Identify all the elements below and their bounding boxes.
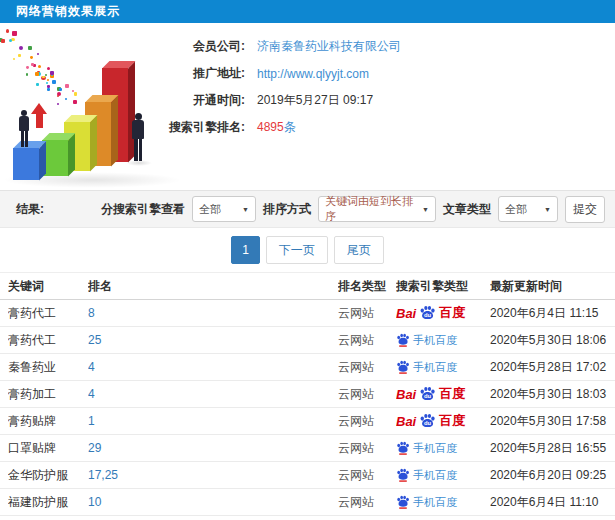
sort-value: 关键词由短到长排序	[325, 194, 416, 224]
rank-link[interactable]: 8	[88, 306, 338, 320]
svg-text:du: du	[424, 393, 432, 399]
baidu-paw-icon	[396, 468, 410, 482]
filter-group: 分搜索引擎查看 全部 ▼ 排序方式 关键词由短到长排序 ▼ 文章类型 全部 ▼ …	[101, 196, 605, 223]
confetti-dot	[6, 29, 10, 33]
confetti-dot	[26, 66, 29, 69]
rank-link[interactable]: 4	[88, 360, 338, 374]
last-page-button[interactable]: 尾页	[334, 236, 384, 264]
table-row: 膏药加工4云网站Baidu百度2020年5月30日 18:03	[0, 381, 615, 408]
sort-label: 排序方式	[263, 201, 311, 218]
rank-link[interactable]: 29	[88, 441, 338, 455]
keyword-ranking-table: 关键词 排名 排名类型 搜索引擎类型 最新更新时间 膏药代工8云网站Baidu百…	[0, 272, 615, 520]
baidu-logo-latin: Bai	[396, 306, 416, 321]
confetti-dot	[9, 39, 12, 42]
open-time-label: 开通时间:	[150, 92, 245, 109]
chart-bar-blue	[13, 148, 39, 180]
table-row: 口罩贴牌29云网站手机百度2020年5月28日 16:55	[0, 435, 615, 462]
confetti-dot	[13, 58, 15, 60]
search-engine-logo: 手机百度	[396, 468, 490, 483]
col-header-keyword: 关键词	[8, 278, 88, 295]
pagination: 1 下一页 尾页	[0, 228, 615, 272]
rank-count-number: 4895	[257, 120, 284, 134]
table-row: 膏药代工8云网站Baidu百度2020年6月4日 11:15	[0, 300, 615, 327]
svg-text:du: du	[424, 312, 432, 318]
col-header-updated: 最新更新时间	[490, 278, 615, 295]
mobile-baidu-label: 手机百度	[413, 495, 457, 510]
rank-link[interactable]: 1	[88, 414, 338, 428]
confetti-dot	[59, 88, 63, 92]
search-engine-logo: 手机百度	[396, 441, 490, 456]
baidu-paw-icon: du	[419, 413, 436, 430]
engine-filter-value: 全部	[199, 202, 221, 217]
updated-time-cell: 2020年5月30日 18:06	[490, 332, 615, 349]
article-type-label: 文章类型	[443, 201, 491, 218]
confetti-dot	[65, 84, 69, 88]
confetti-dot	[35, 72, 39, 76]
page-1-button[interactable]: 1	[231, 236, 260, 264]
rank-link[interactable]: 25	[88, 333, 338, 347]
next-page-button[interactable]: 下一页	[266, 236, 328, 264]
engine-filter-label: 分搜索引擎查看	[101, 201, 185, 218]
businessman-icon	[19, 110, 29, 147]
updated-time-cell: 2020年5月30日 17:58	[490, 413, 615, 430]
rank-count-label: 搜索引擎排名:	[150, 119, 245, 136]
chevron-down-icon: ▼	[538, 206, 551, 213]
confetti-dot	[73, 100, 77, 104]
rank-link[interactable]: 17,25	[88, 468, 338, 482]
keyword-cell: 金华防护服	[8, 467, 88, 484]
info-row-rank-count: 搜索引擎排名: 4895条	[150, 114, 610, 141]
header-bar: 网络营销效果展示	[0, 0, 615, 23]
page-title: 网络营销效果展示	[0, 3, 120, 20]
updated-time-cell: 2020年5月28日 16:55	[490, 440, 615, 457]
mobile-baidu-label: 手机百度	[413, 333, 457, 348]
confetti-dot	[18, 54, 21, 57]
keyword-cell: 膏药贴牌	[8, 413, 88, 430]
table-row: 金华防护服17,25云网站手机百度2020年6月20日 09:25	[0, 462, 615, 489]
updated-time-cell: 2020年6月20日 09:25	[490, 467, 615, 484]
keyword-cell: 秦鲁药业	[8, 359, 88, 376]
table-row: 福建防护服10云网站手机百度2020年6月4日 11:10	[0, 489, 615, 516]
sort-select[interactable]: 关键词由短到长排序 ▼	[318, 196, 436, 222]
rank-type-cell: 云网站	[338, 332, 396, 349]
result-label: 结果:	[16, 201, 44, 218]
open-time-value: 2019年5月27日 09:17	[257, 92, 373, 109]
search-engine-logo: Baidu百度	[396, 304, 490, 322]
info-row-url: 推广地址: http://www.qlyyjt.com	[150, 60, 610, 87]
confetti-dot	[52, 80, 56, 84]
updated-time-cell: 2020年5月30日 18:03	[490, 386, 615, 403]
keyword-cell: 福建防护服	[8, 494, 88, 511]
confetti-dot	[26, 73, 29, 76]
table-row: 膏药贴牌1云网站Baidu百度2020年5月30日 17:58	[0, 408, 615, 435]
company-name-link[interactable]: 济南秦鲁药业科技有限公司	[257, 38, 401, 55]
chevron-down-icon: ▼	[416, 206, 429, 213]
confetti-dot	[65, 98, 67, 100]
baidu-paw-icon: du	[419, 305, 436, 322]
col-header-engine-type: 搜索引擎类型	[396, 278, 490, 295]
rank-type-cell: 云网站	[338, 413, 396, 430]
up-arrow-icon	[31, 103, 47, 128]
engine-filter-select[interactable]: 全部 ▼	[192, 196, 256, 222]
rank-type-cell: 云网站	[338, 305, 396, 322]
rank-type-cell: 云网站	[338, 386, 396, 403]
keyword-cell: 膏药加工	[8, 386, 88, 403]
confetti-dot	[47, 88, 50, 91]
updated-time-cell: 2020年6月4日 11:15	[490, 305, 615, 322]
rank-type-cell: 云网站	[338, 440, 396, 457]
confetti-dot	[19, 46, 23, 50]
promo-url-link[interactable]: http://www.qlyyjt.com	[257, 67, 369, 81]
confetti-dot	[37, 53, 39, 55]
article-type-select[interactable]: 全部 ▼	[498, 196, 558, 222]
keyword-cell: 口罩贴牌	[8, 440, 88, 457]
baidu-paw-icon	[396, 441, 410, 455]
confetti-dot	[30, 56, 33, 59]
rank-link[interactable]: 10	[88, 495, 338, 509]
updated-time-cell: 2020年6月4日 11:10	[490, 494, 615, 511]
rank-link[interactable]: 4	[88, 387, 338, 401]
search-engine-logo: 手机百度	[396, 360, 490, 375]
article-type-value: 全部	[505, 202, 527, 217]
confetti-dot	[38, 65, 42, 69]
confetti-dot	[47, 67, 51, 71]
filter-bar: 结果: 分搜索引擎查看 全部 ▼ 排序方式 关键词由短到长排序 ▼ 文章类型 全…	[0, 190, 615, 228]
confetti-dot	[57, 103, 59, 105]
submit-button[interactable]: 提交	[565, 196, 605, 223]
